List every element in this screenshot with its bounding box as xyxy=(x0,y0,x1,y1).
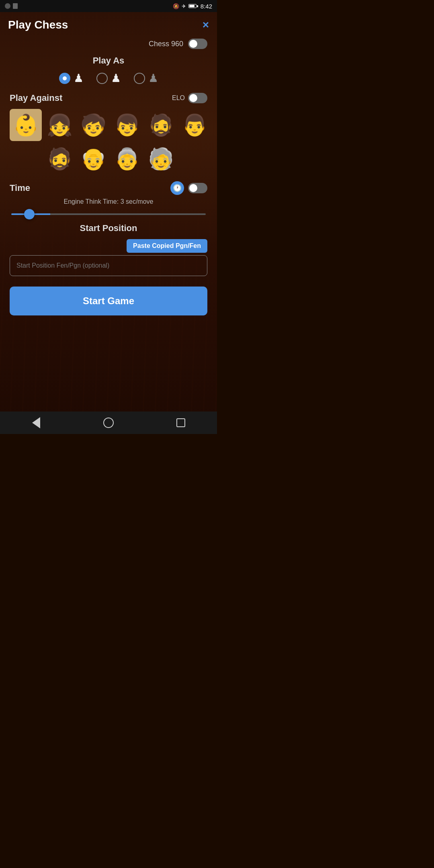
avatar-3[interactable]: 👦 xyxy=(111,109,143,141)
status-bar: 🔕 ✈ 8:42 xyxy=(0,0,217,12)
avatar-row-1: 👶 👧 🧒 👦 🧔 👨 xyxy=(10,109,207,141)
start-position-title: Start Position xyxy=(10,223,207,233)
chess960-row: Chess 960 xyxy=(10,35,207,55)
home-icon xyxy=(103,418,114,428)
sim-icon xyxy=(13,3,18,9)
avatar-8[interactable]: 👵 xyxy=(111,143,143,175)
status-right: 🔕 ✈ 8:42 xyxy=(173,3,212,10)
home-button[interactable] xyxy=(100,415,117,431)
black-piece-icon: ♟ xyxy=(148,72,158,85)
back-icon xyxy=(32,417,40,428)
elo-toggle-knob xyxy=(189,94,197,102)
time-header-left: Time xyxy=(10,183,30,193)
chess960-label: Chess 960 xyxy=(149,40,183,48)
toggle-knob xyxy=(189,40,197,48)
time-slider[interactable] xyxy=(11,213,206,215)
radio-white xyxy=(96,73,108,84)
play-as-options: ♟ ♟ ♟ xyxy=(10,72,207,85)
play-as-title: Play As xyxy=(10,55,207,66)
paste-btn-row: Paste Copied Pgn/Fen xyxy=(10,239,207,253)
elo-toggle[interactable] xyxy=(188,93,207,103)
radio-black xyxy=(134,73,145,84)
radio-white-selected xyxy=(59,73,70,84)
start-position-section: Start Position Paste Copied Pgn/Fen xyxy=(10,223,207,276)
circle-icon xyxy=(5,3,10,9)
play-against-section: Play Against ELO 👶 👧 🧒 👦 🧔 👨 xyxy=(10,93,207,175)
elo-row: ELO xyxy=(172,93,207,103)
avatar-2[interactable]: 🧒 xyxy=(77,109,109,141)
paste-pgn-fen-button[interactable]: Paste Copied Pgn/Fen xyxy=(127,239,207,253)
clock-icon: 🕐 xyxy=(170,181,184,195)
start-game-button[interactable]: Start Game xyxy=(10,287,207,315)
white-piece-icon: ♟ xyxy=(74,72,84,85)
time-toggle[interactable] xyxy=(188,183,207,193)
avatar-1[interactable]: 👧 xyxy=(43,109,76,141)
avatar-0[interactable]: 👶 xyxy=(10,109,42,141)
time-display: 8:42 xyxy=(201,3,212,10)
avatar-row-2: 🧔 👴 👵 🧓 xyxy=(10,143,207,175)
back-button[interactable] xyxy=(28,415,44,431)
avatar-6[interactable]: 🧔 xyxy=(43,143,76,175)
chess960-toggle[interactable] xyxy=(188,39,207,49)
bottom-nav xyxy=(0,411,217,434)
play-against-title: Play Against xyxy=(10,93,62,103)
recent-apps-icon xyxy=(176,418,185,427)
status-icons xyxy=(5,3,18,9)
avatar-7[interactable]: 👴 xyxy=(77,143,109,175)
time-header: Time 🕐 xyxy=(10,181,207,195)
close-button[interactable]: × xyxy=(203,19,209,31)
app-bar: Play Chess × xyxy=(0,12,217,35)
play-against-header: Play Against ELO xyxy=(10,93,207,103)
avatar-4[interactable]: 🧔 xyxy=(145,109,177,141)
play-as-black[interactable]: ♟ xyxy=(134,72,158,85)
airplane-icon: ✈ xyxy=(182,3,186,9)
time-section: Time 🕐 Engine Think Time: 3 sec/move xyxy=(10,181,207,217)
battery-icon xyxy=(188,4,198,8)
elo-label: ELO xyxy=(172,94,185,102)
engine-think-label: Engine Think Time: 3 sec/move xyxy=(10,198,207,205)
notification-off-icon: 🔕 xyxy=(173,3,179,9)
play-as-white[interactable]: ♟ xyxy=(96,72,121,85)
time-toggle-knob xyxy=(189,184,197,192)
fen-pgn-input[interactable] xyxy=(10,255,207,276)
recent-apps-button[interactable] xyxy=(173,415,189,431)
avatars-grid: 👶 👧 🧒 👦 🧔 👨 🧔 👴 👵 🧓 xyxy=(10,109,207,175)
white-piece-2-icon: ♟ xyxy=(111,72,121,85)
play-as-white-selected[interactable]: ♟ xyxy=(59,72,84,85)
time-slider-container xyxy=(10,209,207,217)
avatar-9[interactable]: 🧓 xyxy=(145,143,177,175)
avatar-5[interactable]: 👨 xyxy=(178,109,211,141)
page-title: Play Chess xyxy=(8,18,68,31)
content-area: Chess 960 Play As ♟ ♟ xyxy=(0,35,217,411)
time-title: Time xyxy=(10,183,30,193)
time-right: 🕐 xyxy=(170,181,207,195)
play-as-section: Play As ♟ ♟ ♟ xyxy=(10,55,207,85)
